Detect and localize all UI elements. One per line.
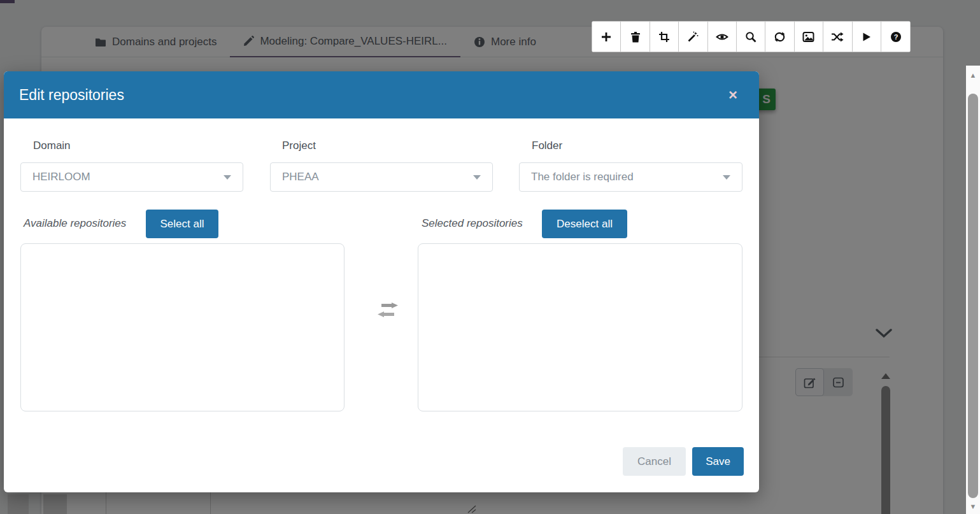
transfer-arrows-icon: [376, 302, 399, 318]
folder-label: Folder: [532, 139, 562, 152]
search-icon: [745, 31, 756, 43]
page-scrollbar[interactable]: ▲ ▼: [966, 66, 980, 514]
crop-icon: [658, 31, 670, 43]
domain-label: Domain: [33, 139, 71, 152]
shuffle-button[interactable]: [823, 22, 852, 52]
crop-button[interactable]: [650, 22, 679, 52]
scroll-down-arrow[interactable]: ▼: [966, 502, 980, 511]
available-repositories-list[interactable]: [20, 243, 344, 411]
dialog-header: Edit repositories ×: [4, 71, 759, 118]
domain-select[interactable]: HEIRLOOM: [20, 162, 243, 192]
scroll-up-arrow[interactable]: ▲: [966, 71, 980, 80]
edit-repositories-dialog: Edit repositories × Domain Project Folde…: [4, 71, 759, 492]
cancel-button[interactable]: Cancel: [623, 447, 686, 476]
domain-select-value: HEIRLOOM: [32, 171, 90, 183]
play-icon: [862, 32, 872, 42]
help-icon: ?: [890, 31, 902, 43]
magic-wand-icon: [687, 31, 699, 43]
image-button[interactable]: [795, 22, 823, 52]
selected-repositories-label: Selected repositories: [422, 209, 523, 238]
svg-text:?: ?: [893, 33, 898, 41]
folder-select[interactable]: The folder is required: [519, 162, 742, 192]
magic-wand-button[interactable]: [679, 22, 707, 52]
image-icon: [802, 31, 814, 43]
chevron-down-icon: [224, 175, 231, 180]
chevron-down-icon: [723, 175, 730, 180]
trash-icon: [630, 31, 641, 43]
scrollbar-thumb[interactable]: [968, 94, 978, 498]
help-button[interactable]: ?: [881, 22, 910, 52]
window-corner-strip: [0, 0, 15, 3]
deselect-all-button[interactable]: Deselect all: [542, 210, 627, 238]
folder-select-value: The folder is required: [531, 171, 634, 183]
chart-toolbar: ?: [592, 21, 911, 52]
available-repositories-label: Available repositories: [24, 209, 126, 238]
chevron-down-icon: [473, 175, 481, 180]
project-select[interactable]: PHEAA: [270, 162, 493, 192]
save-button[interactable]: Save: [692, 447, 744, 476]
select-all-button[interactable]: Select all: [146, 210, 218, 238]
selected-repositories-list[interactable]: [418, 243, 742, 411]
preview-button[interactable]: [708, 22, 737, 52]
add-button[interactable]: [592, 22, 621, 52]
delete-button[interactable]: [621, 22, 650, 52]
search-button[interactable]: [737, 22, 765, 52]
shuffle-icon: [831, 31, 844, 43]
eye-icon: [716, 32, 728, 42]
dialog-title: Edit repositories: [19, 87, 124, 104]
run-button[interactable]: [853, 22, 881, 52]
project-select-value: PHEAA: [282, 171, 319, 183]
close-icon[interactable]: ×: [722, 85, 744, 105]
plus-icon: [600, 31, 612, 43]
project-label: Project: [282, 139, 316, 152]
refresh-icon: [774, 31, 786, 43]
refresh-button[interactable]: [765, 22, 794, 52]
